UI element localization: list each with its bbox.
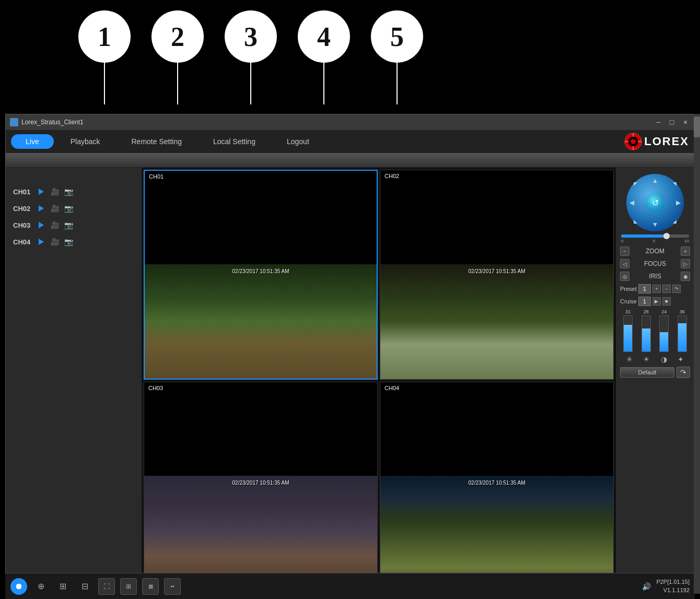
tab-local-setting[interactable]: Local Setting [199,134,270,149]
minimize-button[interactable]: − [654,118,663,127]
scrollbar-right[interactable] [694,114,700,594]
zoom-plus-button[interactable]: + [681,246,690,256]
focus-plus-button[interactable]: ▷ [681,259,690,268]
tab-remote-setting[interactable]: Remote Setting [117,134,197,149]
zoom-in-button[interactable]: ⊞ [54,578,71,595]
ptz-downright-arrow[interactable]: ◢ [673,219,676,224]
ch04-snapshot-button[interactable]: 📷 [63,237,74,247]
title-bar-left: Lorex_Stratus_Client1 [10,118,84,126]
iris-plus-button[interactable]: ◉ [681,272,690,281]
ptz-upright-arrow[interactable]: ◥ [673,181,676,186]
ptz-left-arrow[interactable]: ◀ [629,199,634,206]
ptz-downleft-arrow[interactable]: ◣ [634,219,637,224]
left-sidebar: CH01 🎥 📷 CH02 [6,168,142,593]
close-button[interactable]: × [681,118,690,127]
ptz-upleft-arrow[interactable]: ◤ [634,181,637,186]
color-icon[interactable]: ✦ [678,355,684,363]
ch03-play-button[interactable] [36,220,46,230]
level-track-28[interactable] [641,315,651,352]
ch01-play-button[interactable] [36,186,46,197]
app-version: V1.1.1192 [656,586,690,594]
preset-input[interactable] [638,284,651,293]
brightness-icon[interactable]: ✳ [626,355,633,363]
nav-bar: Live Playback Remote Setting Local Setti… [6,130,694,153]
lorex-logo: LOREX [624,133,689,150]
ch02-snapshot-button[interactable]: 📷 [63,203,74,214]
circle-line-5 [396,63,398,104]
version-info: P2P[1.01.15] V1.1.1192 [656,578,690,594]
speed-label-mid: 5 [653,239,655,243]
speed-thumb[interactable] [663,233,670,239]
ch03-timestamp: 02/23/2017 10:51:35 AM [232,480,289,486]
fullscreen-button[interactable]: ⛶ [98,578,115,595]
ptz-icon-button[interactable]: ⊕ [32,578,49,595]
level-track-24[interactable] [659,315,669,352]
focus-control-row: ◁ FOCUS ▷ [619,259,691,268]
focus-minus-button[interactable]: ◁ [620,259,629,268]
tab-playback[interactable]: Playback [56,134,115,149]
record-button[interactable]: ⏺ [10,578,27,595]
cruise-label: Cruise [620,298,637,304]
ch01-snapshot-button[interactable]: 📷 [63,186,74,197]
single-view-button[interactable]: ▪▪ [164,578,181,595]
quad-view-button[interactable]: ▦ [142,578,159,595]
numbered-circles: 1 2 3 4 5 [68,10,434,104]
ch02-record-button[interactable]: 🎥 [50,203,60,214]
circle-item-3: 3 [214,10,287,104]
default-button[interactable]: Default [620,367,674,378]
level-fill-24 [660,332,668,351]
scrollbar-thumb[interactable] [694,116,700,137]
cruise-start-button[interactable]: ▶ [652,297,661,306]
level-bar-24: 24 [659,309,669,352]
circle-item-5: 5 [360,10,434,104]
iris-minus-button[interactable]: ◎ [620,272,629,281]
ptz-center-button[interactable]: ↺ [646,193,664,212]
sun-icon[interactable]: ☀ [643,355,650,363]
ch02-timestamp: 02/23/2017 10:51:35 AM [469,268,526,274]
preset-goto-button[interactable]: ↷ [672,285,681,293]
cruise-input[interactable] [638,297,651,306]
ch04-record-button[interactable]: 🎥 [50,237,60,247]
ch02-video-feed: 02/23/2017 10:51:35 AM [380,264,613,379]
video-cell-ch01[interactable]: CH01 02/23/2017 10:51:35 AM [144,170,378,380]
ptz-down-arrow[interactable]: ▼ [652,221,658,228]
zoom-minus-button[interactable]: − [620,246,629,256]
level-track-31[interactable] [623,315,633,352]
ptz-joystick[interactable]: ▲ ▼ ◀ ▶ ◤ ◥ ◣ ◢ ↺ [626,174,684,231]
contrast-icon[interactable]: ◑ [661,355,667,363]
level-track-36[interactable] [678,315,687,352]
level-val-28: 28 [644,309,649,314]
ch04-black-top [380,382,613,476]
layout-button[interactable]: ⊞ [120,578,137,595]
preset-remove-button[interactable]: − [662,285,671,293]
ch03-play-icon [39,222,44,228]
p2p-version: P2P[1.01.15] [656,578,690,586]
ch02-play-button[interactable] [36,203,46,214]
cruise-stop-button[interactable]: ■ [662,297,671,306]
ptz-up-arrow[interactable]: ▲ [652,177,658,184]
refresh-button[interactable]: ↷ [676,367,690,378]
bottom-icons: ⏺ ⊕ ⊞ ⊟ ⛶ ⊞ ▦ ▪▪ [10,578,642,595]
ch01-timestamp: 02/23/2017 10:51:35 AM [232,268,289,274]
preset-add-button[interactable]: + [652,285,661,293]
preset-row: Preset + − ↷ [619,284,691,293]
ch01-record-button[interactable]: 🎥 [50,186,60,197]
ch04-play-button[interactable] [36,237,46,247]
volume-icon[interactable]: 🔊 [642,582,651,591]
channel-item-ch01: CH01 🎥 📷 [11,183,136,200]
video-cell-ch02[interactable]: CH02 02/23/2017 10:51:35 AM [380,170,614,380]
ch03-snapshot-button[interactable]: 📷 [63,220,74,230]
tab-logout[interactable]: Logout [272,134,324,149]
ch03-record-button[interactable]: 🎥 [50,220,60,230]
ch03-snapshot-icon: 📷 [64,221,73,229]
zoom-out-button[interactable]: ⊟ [76,578,93,595]
tab-live[interactable]: Live [11,134,54,149]
video-cell-ch03[interactable]: CH03 02/23/2017 10:51:35 AM [144,382,378,592]
speed-track[interactable] [621,234,689,238]
circle-item-2: 2 [141,10,214,104]
restore-button[interactable]: □ [667,118,676,127]
level-val-31: 31 [625,309,631,314]
video-cell-ch04[interactable]: CH04 02/23/2017 10:51:35 AM [380,382,614,592]
ptz-right-arrow[interactable]: ▶ [676,199,681,206]
ch03-record-icon: 🎥 [51,221,60,229]
